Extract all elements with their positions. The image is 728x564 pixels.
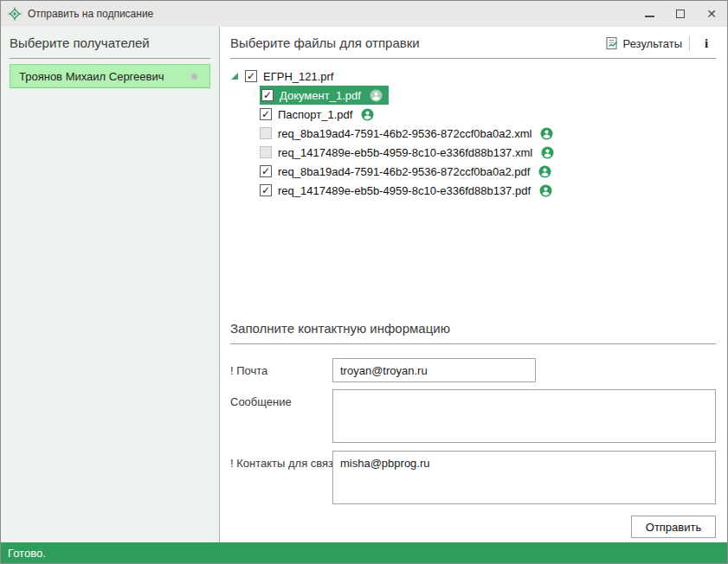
contacts-row: ! Контакты для связи: [230, 451, 716, 504]
file-name: req_1417489e-eb5b-4959-8c10-e336fd88b137…: [278, 184, 531, 197]
person-icon: [540, 127, 553, 140]
contact-header: Заполните контактную информацию: [230, 319, 716, 338]
recipient-list-item[interactable]: Троянов Михаил Сергеевич: [10, 64, 210, 88]
recipients-header-rule: [10, 58, 210, 59]
person-icon: [541, 146, 554, 159]
tree-row-file[interactable]: ✓ Документ_1.pdf: [260, 86, 716, 105]
email-row: ! Почта: [230, 358, 716, 382]
message-row: Сообщение: [230, 389, 716, 443]
recipients-panel: Выберите получателей Троянов Михаил Серг…: [1, 27, 220, 542]
info-button[interactable]: i: [697, 36, 716, 51]
checkbox-unchecked-disabled: [260, 146, 272, 158]
message-label: Сообщение: [230, 389, 332, 443]
send-for-signing-window: Отправить на подписание ✕ Выберите получ…: [0, 0, 728, 564]
person-icon: [370, 89, 383, 102]
title-bar: Отправить на подписание ✕: [1, 1, 727, 27]
checkbox-checked[interactable]: ✓: [245, 70, 257, 82]
window-title: Отправить на подписание: [28, 8, 634, 20]
results-button-label: Результаты: [623, 37, 682, 50]
person-icon: [361, 108, 374, 121]
file-name: Паспорт_1.pdf: [278, 108, 352, 121]
file-name: req_1417489e-eb5b-4959-8c10-e336fd88b137…: [278, 146, 532, 159]
results-report-icon: [605, 36, 619, 50]
email-label: ! Почта: [230, 358, 332, 382]
files-header: Выберите файлы для отправки: [230, 34, 605, 53]
recipient-status-dot: [191, 74, 197, 80]
checkbox-checked[interactable]: ✓: [260, 108, 272, 120]
contacts-label: ! Контакты для связи: [230, 451, 332, 504]
files-header-rule: [230, 58, 716, 59]
message-field[interactable]: [332, 389, 716, 443]
minimize-icon: [645, 16, 654, 17]
window-controls: ✕: [634, 1, 727, 27]
tree-empty-space: [230, 200, 716, 319]
tree-row-file[interactable]: ✓ req_1417489e-eb5b-4959-8c10-e336fd88b1…: [260, 181, 716, 200]
send-button[interactable]: Отправить: [631, 516, 716, 538]
contacts-field[interactable]: [332, 451, 716, 504]
panel-actions: Результаты i: [605, 35, 716, 51]
main-content: Выберите получателей Троянов Михаил Серг…: [1, 27, 727, 542]
expander-collapse-icon[interactable]: [230, 72, 239, 80]
file-name: ЕГРН_121.prf: [263, 70, 333, 83]
files-header-row: Выберите файлы для отправки Результаты i: [230, 34, 716, 53]
checkbox-checked[interactable]: ✓: [261, 89, 274, 101]
checkbox-checked[interactable]: ✓: [260, 165, 272, 177]
close-button[interactable]: ✕: [696, 1, 727, 27]
checkbox-unchecked-disabled: [260, 127, 272, 139]
status-bar: Готово.: [1, 542, 727, 563]
tree-row-file[interactable]: ✓ req_8ba19ad4-7591-46b2-9536-872ccf0ba0…: [260, 162, 716, 181]
maximize-icon: [676, 10, 685, 18]
file-name: req_8ba19ad4-7591-46b2-9536-872ccf0ba0a2…: [278, 165, 530, 178]
target-app-icon: [8, 7, 22, 21]
maximize-button[interactable]: [665, 1, 696, 27]
recipients-header: Выберите получателей: [10, 34, 210, 53]
actions-divider: [689, 35, 690, 51]
tree-row-file[interactable]: ✓ Паспорт_1.pdf: [260, 105, 716, 124]
person-icon: [538, 165, 551, 178]
file-tree: ✓ ЕГРН_121.prf ✓ Документ_1.pdf: [230, 67, 716, 200]
files-panel: Выберите файлы для отправки Результаты i: [220, 27, 727, 542]
contact-form: ! Почта Сообщение ! Контакты для связи О…: [230, 344, 716, 538]
results-button[interactable]: Результаты: [605, 36, 682, 50]
checkbox-checked[interactable]: ✓: [260, 184, 272, 196]
person-icon: [539, 184, 552, 197]
status-text: Готово.: [8, 547, 46, 560]
recipient-name: Троянов Михаил Сергеевич: [19, 70, 164, 83]
minimize-button[interactable]: [634, 1, 665, 27]
file-name: Документ_1.pdf: [280, 89, 361, 102]
send-button-row: Отправить: [230, 516, 716, 538]
email-field[interactable]: [332, 358, 536, 382]
tree-row-root[interactable]: ✓ ЕГРН_121.prf: [230, 67, 716, 86]
tree-row-file[interactable]: req_1417489e-eb5b-4959-8c10-e336fd88b137…: [260, 143, 716, 162]
close-icon: ✕: [706, 7, 717, 21]
file-name: req_8ba19ad4-7591-46b2-9536-872ccf0ba0a2…: [278, 127, 532, 140]
tree-row-file[interactable]: req_8ba19ad4-7591-46b2-9536-872ccf0ba0a2…: [260, 124, 716, 143]
